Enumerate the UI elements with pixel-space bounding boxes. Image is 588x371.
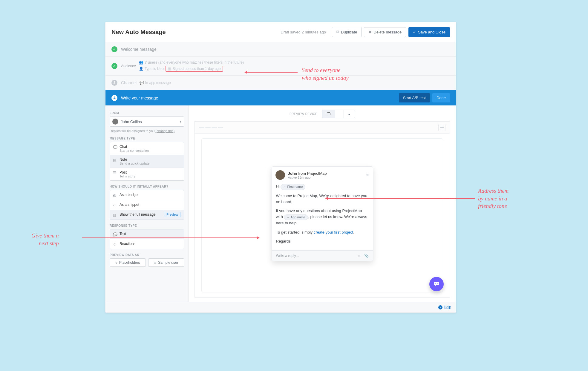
annotation-send-everyone: Send to everyone who signed up today <box>302 66 349 82</box>
attachment-icon[interactable]: 📎 <box>364 254 369 258</box>
appear-badge[interactable]: ◐ As a badge <box>110 190 184 200</box>
composer-sidebar: FROM John Collins ▾ Replies will be assi… <box>105 105 189 302</box>
change-assignee-link[interactable]: (change this) <box>155 129 174 133</box>
step-audience[interactable]: ✓ Audience 👥 7 users (and everyone who m… <box>105 57 456 76</box>
chevron-down-icon: ▾ <box>180 120 181 123</box>
device-desktop[interactable]: 🖵 <box>322 110 335 118</box>
audience-filter-line: 👤 Type is User ▦ Signed up less than 1 d… <box>139 66 244 72</box>
chat-icon: 💬 <box>113 145 117 149</box>
reaction-icon: ☺ <box>113 242 117 246</box>
avatar <box>112 119 118 125</box>
help-link[interactable]: Help <box>444 305 451 309</box>
avatar <box>275 170 285 180</box>
annotation-address-name: Address them by name in a friendly tone <box>478 187 509 210</box>
note-icon: ▤ <box>113 158 117 162</box>
arrow-head-icon <box>257 236 260 239</box>
from-select[interactable]: John Collins ▾ <box>110 116 184 127</box>
arrows-icon: ↔ <box>287 215 289 220</box>
badge-icon: ◐ <box>113 193 117 197</box>
save-close-button[interactable]: ✓Save and Close <box>408 27 450 37</box>
page-title: New Auto Message <box>111 29 166 36</box>
calendar-icon: ▦ <box>168 67 171 71</box>
appearance-group: ◐ As a badge ▭ As a snippet ▥ Show the f… <box>110 190 184 220</box>
full-message-icon: ▥ <box>113 213 117 217</box>
help-footer: ?Help <box>105 302 456 312</box>
annotation-arrow <box>327 198 475 199</box>
arrow-head-icon <box>244 71 247 74</box>
done-button[interactable]: Done <box>432 93 450 102</box>
arrows-icon: ↔ <box>283 185 286 189</box>
check-icon: ✓ <box>111 63 117 69</box>
preview-data-segment: ⟐Placeholders ∞Sample user <box>110 258 184 267</box>
menu-icon <box>438 124 445 131</box>
response-type-group: 💬 Text ☺ Reactions <box>110 229 184 249</box>
preview-canvas-header <box>195 122 450 134</box>
audience-count-line: 👥 7 users (and everyone who matches thes… <box>139 60 244 65</box>
header-bar: New Auto Message Draft saved 2 minutes a… <box>105 22 456 42</box>
check-icon: ✓ <box>111 46 117 52</box>
copy-icon: ⧉ <box>336 30 339 34</box>
start-ab-test-button[interactable]: Start A/B test <box>399 93 430 102</box>
step-number-icon: 4 <box>111 95 117 101</box>
appear-snippet[interactable]: ▭ As a snippet <box>110 200 184 210</box>
preview-column: PREVIEW DEVICE 🖵 ⬥ John f <box>189 105 456 302</box>
chat-active-text: Active 15m ago <box>288 176 327 179</box>
speech-icon: 💬 <box>140 81 144 85</box>
check-icon: ✓ <box>413 30 416 34</box>
annotation-arrow <box>82 237 257 238</box>
device-ios[interactable] <box>335 110 344 118</box>
arrow-head-icon <box>325 197 328 200</box>
app-window: New Auto Message Draft saved 2 minutes a… <box>105 22 456 313</box>
preview-chip[interactable]: Preview <box>164 212 181 217</box>
response-reactions[interactable]: ☺ Reactions <box>110 239 184 249</box>
draft-status: Draft saved 2 minutes ago <box>281 30 326 34</box>
duplicate-button[interactable]: ⧉Duplicate <box>332 27 362 37</box>
message-type-group: 💬 ChatStart a conversation ▤ NoteSend a … <box>110 142 184 181</box>
signed-up-filter-highlight: ▦ Signed up less than 1 day ago <box>166 66 223 72</box>
message-type-chat[interactable]: 💬 ChatStart a conversation <box>110 142 184 155</box>
users-icon: 👥 <box>139 60 143 65</box>
message-type-post[interactable]: ☰ PostTell a story <box>110 168 184 180</box>
annotation-arrow <box>247 72 298 73</box>
chat-body[interactable]: Hi ↔First name, Welcome to ProjectMap, W… <box>272 183 373 250</box>
messenger-fab[interactable] <box>429 277 444 291</box>
preview-data-placeholders[interactable]: ⟐Placeholders <box>110 258 146 267</box>
create-project-link[interactable]: create your first project <box>314 230 353 234</box>
step-number-icon: 3 <box>111 80 117 86</box>
app-name-token[interactable]: ↔App name <box>284 214 308 220</box>
delete-button[interactable]: ✖Delete message <box>364 27 406 37</box>
chat-sender-line: John from ProjectMap <box>288 171 327 176</box>
step-channel[interactable]: 3 Channel 💬 In-app message <box>105 76 456 90</box>
snippet-icon: ▭ <box>113 203 117 207</box>
step-write-header: 4 Write your message Start A/B test Done <box>105 90 456 105</box>
device-android[interactable]: ⬥ <box>344 110 355 118</box>
infinity-icon: ∞ <box>154 260 157 265</box>
close-icon[interactable]: ✕ <box>366 173 369 177</box>
message-type-note[interactable]: ▤ NoteSend a quick update <box>110 155 184 168</box>
user-icon: 👤 <box>139 67 143 71</box>
appear-full[interactable]: ▥ Show the full message Preview <box>110 210 184 220</box>
text-icon: 💬 <box>113 232 117 237</box>
preview-data-sample[interactable]: ∞Sample user <box>148 258 184 267</box>
composer-area: FROM John Collins ▾ Replies will be assi… <box>105 105 456 302</box>
annotation-next-step: Give them a next step <box>31 232 59 247</box>
delete-icon: ✖ <box>368 30 372 34</box>
preview-device-bar: PREVIEW DEVICE 🖵 ⬥ <box>195 110 450 118</box>
preview-canvas: John from ProjectMap Active 15m ago ✕ Hi… <box>195 121 450 298</box>
post-icon: ☰ <box>113 171 117 175</box>
device-segment: 🖵 ⬥ <box>322 110 355 118</box>
chat-preview-card: John from ProjectMap Active 15m ago ✕ Hi… <box>272 166 373 261</box>
help-icon: ? <box>438 305 442 309</box>
placeholder-icon: ⟐ <box>115 260 117 265</box>
emoji-icon[interactable]: ☺ <box>357 254 361 258</box>
step-welcome[interactable]: ✓ Welcome message <box>105 42 456 57</box>
chat-reply-input[interactable]: Write a reply... ☺ 📎 <box>272 250 373 261</box>
first-name-token[interactable]: ↔First name <box>281 184 305 190</box>
replies-assigned-text: Replies will be assigned to you (change … <box>110 129 184 133</box>
